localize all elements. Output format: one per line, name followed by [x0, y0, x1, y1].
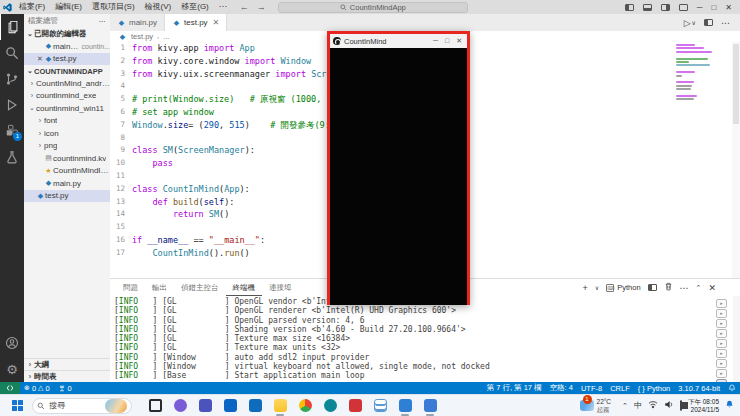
terminal-session-item[interactable]: ▸: [716, 339, 727, 348]
run-dropdown-icon[interactable]: ∨: [692, 19, 696, 26]
window-minimize-button[interactable]: ─: [697, 3, 703, 12]
terminal-session-item[interactable]: ▸: [716, 299, 727, 308]
tray-chevron-up-icon[interactable]: ⌃: [622, 402, 628, 410]
tree-item-countinmind_android[interactable]: ›CountInMind_android: [24, 77, 110, 90]
app-minimize-button[interactable]: ─: [433, 37, 438, 45]
sidebar-section-0[interactable]: ›大綱: [24, 358, 110, 370]
tree-item-countinmind.kv[interactable]: ▤countinmind.kv: [24, 152, 110, 165]
open-editors-section[interactable]: ⌄已開啟的編輯器: [24, 28, 110, 40]
tree-item-main.py[interactable]: ◆main.py: [24, 177, 110, 190]
window-maximize-button[interactable]: □: [711, 3, 716, 12]
panel-tab-輸出[interactable]: 輸出: [145, 279, 174, 296]
taskbar-app-task-view[interactable]: [146, 397, 164, 415]
toggle-panel-icon[interactable]: [643, 4, 652, 11]
notification-bell-icon[interactable]: [725, 400, 734, 411]
project-root-folder[interactable]: ⌄COUNTINMINDAPP: [24, 65, 110, 77]
tab-test.py[interactable]: ◆test.py✕: [165, 14, 227, 31]
taskbar-app-vscode[interactable]: [396, 397, 414, 415]
tree-item-countinmindico.ico[interactable]: ★CountInMindIco.ico: [24, 165, 110, 178]
terminal-session-item[interactable]: ▸: [716, 319, 727, 328]
taskbar-app-microsoft-store[interactable]: [221, 397, 239, 415]
remote-indicator[interactable]: [0, 382, 20, 394]
account-icon[interactable]: [0, 330, 24, 356]
minimap[interactable]: [676, 44, 714, 134]
tree-item-test.py[interactable]: ◆test.py: [24, 190, 110, 203]
extensions-icon[interactable]: 1: [0, 118, 24, 144]
editor-scrollbar[interactable]: [732, 42, 740, 278]
tab-main.py[interactable]: ◆main.py: [110, 14, 165, 31]
language-mode[interactable]: { } Python: [634, 382, 675, 394]
search-icon[interactable]: [0, 40, 24, 66]
status-bell-icon[interactable]: [724, 382, 740, 394]
taskbar-app-notepad[interactable]: [371, 397, 389, 415]
editor-more-actions-icon[interactable]: ⋯: [721, 18, 730, 28]
terminal-launch-dropdown-icon[interactable]: ∨: [595, 284, 599, 291]
ime-indicator[interactable]: 中: [634, 400, 642, 411]
terminal-session-item[interactable]: ▸: [716, 309, 727, 318]
start-button[interactable]: [8, 397, 26, 415]
taskbar-app-copilot[interactable]: [171, 397, 189, 415]
menu-item-4[interactable]: 移至(G): [176, 0, 214, 14]
menu-item-3[interactable]: 檢視(V): [140, 0, 177, 14]
tree-item-icon[interactable]: ›icon: [24, 127, 110, 140]
menu-item-2[interactable]: 選取項目(S): [87, 0, 140, 14]
tree-item-png[interactable]: ›png: [24, 140, 110, 153]
terminal-scrollbar[interactable]: [733, 296, 740, 383]
toggle-secondary-sidebar-icon[interactable]: [661, 4, 670, 11]
problems-indicator[interactable]: ⊗ 0 △ 0: [20, 382, 54, 394]
battery-icon[interactable]: [680, 401, 682, 410]
tree-item-font[interactable]: ›font: [24, 115, 110, 128]
command-center-search[interactable]: CountInMindApp: [278, 2, 468, 13]
open-editor-item[interactable]: ✕◆test.py: [24, 53, 110, 66]
terminal-session-item[interactable]: ▸: [716, 329, 727, 338]
forward-arrow-icon[interactable]: →: [257, 2, 266, 12]
clock[interactable]: 下午 08:05 2024/11/5: [688, 398, 719, 414]
eol[interactable]: CRLF: [606, 382, 634, 394]
panel-tab-連接埠[interactable]: 連接埠: [262, 279, 299, 296]
new-terminal-button[interactable]: +: [583, 283, 588, 293]
maximize-panel-icon[interactable]: ⌃: [696, 284, 702, 292]
window-close-button[interactable]: ✕: [725, 3, 732, 12]
split-editor-icon[interactable]: [704, 19, 713, 26]
close-editor-icon[interactable]: ✕: [36, 55, 44, 63]
terminal-output[interactable]: [INFO ] [GL ] OpenGL vendor <b'Intel'>[I…: [114, 297, 714, 381]
source-control-icon[interactable]: [0, 66, 24, 92]
back-arrow-icon[interactable]: ←: [240, 2, 249, 12]
taskbar-app-photos[interactable]: [421, 397, 439, 415]
indentation[interactable]: 空格: 4: [546, 382, 577, 394]
panel-tab-偵錯主控台[interactable]: 偵錯主控台: [174, 279, 226, 296]
breadcrumb-symbol[interactable]: ...: [163, 32, 169, 41]
taskbar-app-chrome[interactable]: [296, 397, 314, 415]
run-python-button[interactable]: ▷∨: [684, 18, 696, 28]
settings-gear-icon[interactable]: ⚙: [0, 356, 24, 382]
weather-widget[interactable]: 1 22°C 起霧: [577, 397, 615, 415]
menu-item-0[interactable]: 檔案(F): [14, 0, 50, 14]
volume-icon[interactable]: [664, 400, 674, 411]
split-terminal-icon[interactable]: [648, 284, 657, 291]
taskbar-search-box[interactable]: 搜尋: [32, 398, 132, 414]
taskbar-app-edge[interactable]: [321, 397, 339, 415]
open-editor-item[interactable]: ◆main.pycountin...: [24, 40, 110, 53]
taskbar-app-snipping-tool[interactable]: [346, 397, 364, 415]
tree-item-countinmind_win11[interactable]: ⌄countinmind_win11: [24, 102, 110, 115]
menu-item-5[interactable]: ⋯: [214, 0, 232, 14]
cursor-position[interactable]: 第 7 行, 第 17 欄: [483, 382, 546, 394]
explorer-more-actions[interactable]: ⋯: [99, 17, 107, 26]
tree-item-countinmind_exe[interactable]: ›countinmind_exe: [24, 90, 110, 103]
countinmind-app-window[interactable]: CountInMind ─ □ ✕: [327, 31, 470, 305]
panel-more-actions-icon[interactable]: ⋯: [680, 283, 689, 293]
terminal-shell-label[interactable]: ⌨ Python: [606, 283, 640, 292]
terminal-session-item[interactable]: ▸: [716, 359, 727, 368]
toggle-sidebar-icon[interactable]: [625, 4, 634, 11]
breadcrumb-file[interactable]: test.py: [131, 32, 153, 41]
taskbar-app-file-explorer[interactable]: [271, 397, 289, 415]
testing-icon[interactable]: [0, 144, 24, 170]
app-window-canvas[interactable]: [330, 48, 467, 305]
sidebar-section-1[interactable]: ›時間表: [24, 370, 110, 382]
run-debug-icon[interactable]: [0, 92, 24, 118]
wifi-icon[interactable]: [648, 400, 658, 411]
ports-indicator[interactable]: 0: [54, 382, 76, 394]
panel-tab-終端機[interactable]: 終端機: [226, 279, 263, 296]
customize-layout-icon[interactable]: [679, 4, 688, 11]
app-close-button[interactable]: ✕: [456, 37, 462, 45]
